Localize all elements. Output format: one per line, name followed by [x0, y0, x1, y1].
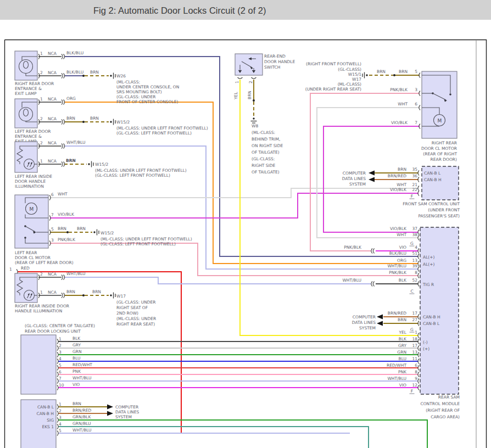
svg-text:BRN: BRN [66, 158, 76, 163]
svg-text:(GL-CLASS: UNDER: (GL-CLASS: UNDER [116, 94, 155, 99]
svg-text:1: 1 [9, 267, 12, 272]
svg-text:LEFT REAR INSIDE: LEFT REAR INSIDE [15, 174, 52, 179]
svg-text:WHT/BLU: WHT/BLU [72, 376, 92, 380]
page-title: Fig 2: Automatic Door Locks Circuit (2 o… [93, 5, 266, 15]
left-rear-door-cl-motor: M 6WHT 7VIO/BLK 5BRNBRN W15/2 (ML-CLASS:… [9, 192, 192, 272]
svg-text:BLK: BLK [399, 337, 407, 341]
svg-text:6: 6 [59, 369, 62, 374]
svg-text:W26: W26 [116, 74, 126, 79]
svg-text:2: 2 [40, 116, 43, 121]
wire-vioblk-motor-l [50, 193, 419, 218]
svg-text:1: 1 [235, 81, 239, 83]
arrow-left-icon [369, 177, 375, 182]
ground-symbols [88, 72, 367, 299]
svg-text:GRN: GRN [72, 349, 82, 354]
svg-text:BRN/RED: BRN/RED [388, 173, 406, 178]
svg-text:VIO/BLK: VIO/BLK [58, 212, 75, 217]
arrow-right-icon [107, 411, 113, 416]
svg-text:(ML-CLASS: UNDER LEFT FRONT FO: (ML-CLASS: UNDER LEFT FRONT FOOTWELL) [95, 168, 187, 173]
svg-text:BRN: BRN [77, 226, 86, 231]
svg-text:GRY: GRY [398, 343, 407, 348]
svg-text:AL(+): AL(+) [423, 255, 435, 260]
svg-text:3: 3 [51, 238, 54, 243]
svg-text:RIGHT REAR SEAT): RIGHT REAR SEAT) [116, 322, 155, 327]
svg-text:BRN: BRN [398, 317, 406, 322]
left-rear-entrance-lamp: 1NCAORG 2NCABRN BRN W15/2 (ML-CLASS: UND… [15, 96, 208, 144]
svg-text:W15/2: W15/2 [116, 120, 130, 125]
svg-text:27: 27 [412, 317, 417, 322]
svg-text:(GL-CLASS: LEFT FRONT FOOTWELL: (GL-CLASS: LEFT FRONT FOOTWELL) [116, 131, 192, 136]
svg-text:1: 1 [59, 402, 62, 407]
svg-text:DOOR CL MOTOR: DOOR CL MOTOR [15, 255, 51, 260]
svg-text:C: C [410, 289, 413, 294]
svg-text:BRN: BRN [58, 226, 66, 231]
svg-text:ORG: ORG [397, 258, 406, 263]
svg-text:BRN/RED: BRN/RED [72, 408, 91, 413]
svg-text:W15/1: W15/1 [348, 72, 361, 77]
svg-text:(ML-CLASS:: (ML-CLASS: [252, 130, 275, 135]
svg-text:8: 8 [415, 369, 417, 374]
svg-text:PNK/BLK: PNK/BLK [344, 245, 362, 250]
svg-text:CAN-B H: CAN-B H [36, 411, 54, 416]
svg-text:2: 2 [40, 272, 43, 277]
svg-text:NCA: NCA [48, 70, 57, 75]
svg-text:1: 1 [40, 159, 43, 164]
svg-text:(-): (-) [423, 340, 428, 345]
svg-text:7: 7 [59, 376, 62, 381]
svg-text:G: G [410, 241, 414, 246]
svg-text:36: 36 [412, 173, 417, 178]
svg-text:BRN: BRN [398, 167, 406, 172]
svg-text:(ML-CLASS: UNDER: (ML-CLASS: UNDER [116, 316, 156, 321]
svg-text:FRONT OF CENTER CONSOLE): FRONT OF CENTER CONSOLE) [116, 99, 178, 104]
svg-text:W15/2: W15/2 [95, 162, 108, 167]
svg-text:1: 1 [40, 290, 43, 295]
svg-text:(REAR OF RIGHT: (REAR OF RIGHT [423, 152, 457, 156]
svg-text:DATA LINES: DATA LINES [115, 410, 139, 415]
svg-text:1: 1 [415, 330, 417, 335]
svg-text:37: 37 [412, 226, 417, 231]
svg-text:YEL: YEL [399, 330, 407, 335]
svg-text:2: 2 [59, 343, 62, 348]
wire-grnblk-eks [58, 420, 427, 448]
svg-text:BRN: BRN [247, 91, 252, 99]
svg-text:DATA LINES: DATA LINES [342, 176, 366, 181]
wire-yel [240, 80, 419, 335]
svg-text:REAR-END: REAR-END [264, 54, 286, 59]
svg-text:UNDER CENTER CONSOLE, ON: UNDER CENTER CONSOLE, ON [116, 85, 179, 89]
svg-text:GRN/BLU: GRN/BLU [72, 421, 91, 426]
svg-text:VIO: VIO [399, 383, 406, 388]
svg-text:NCA: NCA [48, 272, 57, 277]
svg-text:38: 38 [412, 232, 417, 237]
svg-text:6: 6 [51, 192, 54, 197]
svg-text:RIGHT REAR: RIGHT REAR [432, 141, 457, 145]
svg-text:TIG R: TIG R [422, 282, 434, 287]
svg-text:(RIGHT FRONT FOOTWELL): (RIGHT FRONT FOOTWELL) [306, 61, 361, 66]
svg-text:4: 4 [415, 245, 417, 250]
svg-text:LEFT REAR: LEFT REAR [15, 250, 37, 255]
svg-text:39: 39 [412, 264, 417, 268]
svg-text:(ML-CLASS): (ML-CLASS) [338, 82, 361, 87]
svg-text:RIGHT REAR DOOR: RIGHT REAR DOOR [15, 81, 54, 86]
svg-text:18: 18 [412, 337, 417, 341]
svg-text:(ML-CLASS:: (ML-CLASS: [116, 80, 140, 85]
svg-text:BRN: BRN [72, 401, 81, 406]
svg-text:NCA: NCA [48, 97, 57, 102]
svg-text:CAN-B L: CAN-B L [424, 171, 441, 176]
svg-text:21: 21 [412, 182, 417, 187]
wire-pnkblk-motor-l [50, 243, 419, 276]
svg-text:1: 1 [40, 51, 43, 56]
svg-text:CARGO AREA): CARGO AREA) [431, 415, 460, 419]
svg-text:DOOR CL MOTOR: DOOR CL MOTOR [421, 146, 457, 151]
motor-letter: M [438, 118, 442, 124]
right-rear-door-cl-motor: (RIGHT FRONT FOOTWELL) (GL-CLASS) W15/1 … [305, 61, 457, 162]
svg-text:(GL-CLASS: LEFT FRONT FOOTWELL: (GL-CLASS: LEFT FRONT FOOTWELL) [95, 173, 170, 178]
svg-text:2ND ROW): 2ND ROW) [116, 311, 138, 316]
svg-text:PNK/BLK: PNK/BLK [389, 270, 407, 275]
svg-text:GRN: GRN [397, 350, 406, 355]
svg-text:13: 13 [412, 350, 417, 355]
svg-text:SYSTEM: SYSTEM [115, 415, 132, 419]
svg-text:VIO/BLK: VIO/BLK [390, 187, 407, 192]
svg-text:WHT/BLU: WHT/BLU [387, 376, 406, 381]
svg-text:REAR DOOR LOCKING UNIT: REAR DOOR LOCKING UNIT [25, 329, 81, 334]
svg-text:VIO/BLK: VIO/BLK [391, 120, 408, 125]
